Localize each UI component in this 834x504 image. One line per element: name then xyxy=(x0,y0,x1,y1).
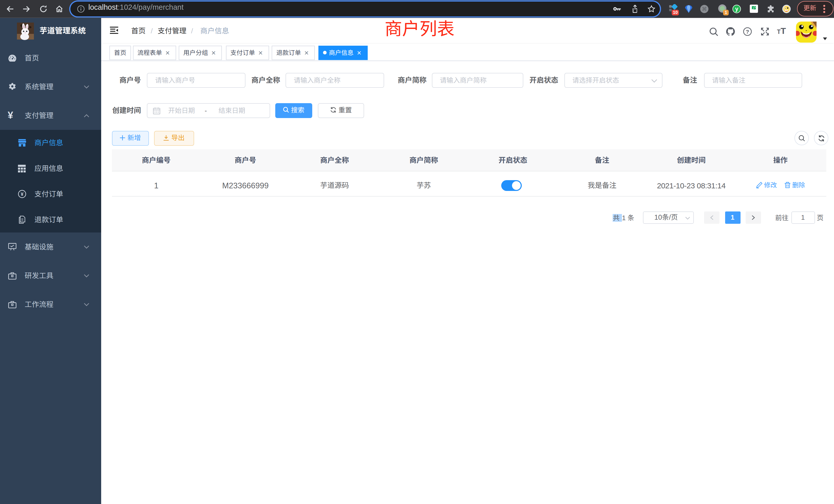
svg-text:y: y xyxy=(735,6,739,12)
svg-text:?: ? xyxy=(746,29,749,35)
svg-text:⌘: ⌘ xyxy=(702,6,707,12)
svg-text:¥: ¥ xyxy=(21,191,24,197)
